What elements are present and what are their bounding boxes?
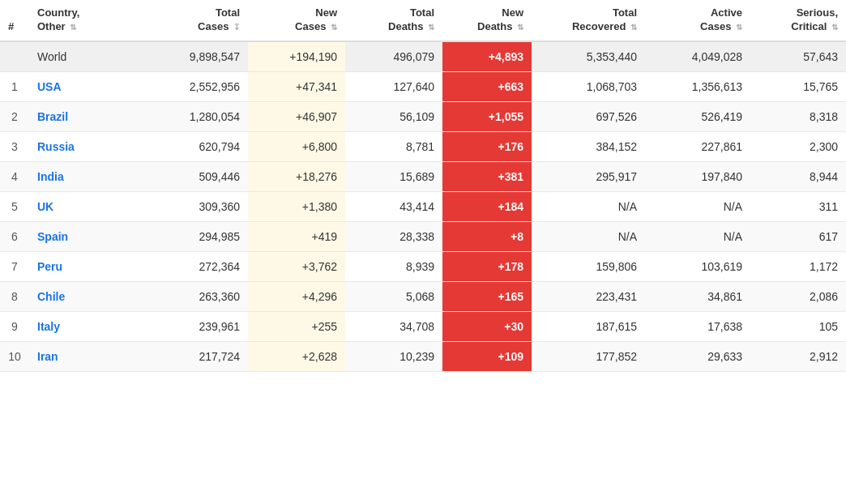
row-total-deaths: 56,109 (345, 101, 442, 131)
row-new-cases: +6,800 (248, 131, 345, 161)
header-total-cases[interactable]: Total Cases ↧ (143, 0, 248, 41)
row-new-cases: +1,380 (248, 191, 345, 221)
world-serious: 57,643 (750, 41, 846, 72)
world-new-cases: +194,190 (248, 41, 345, 72)
header-num[interactable]: # (0, 0, 29, 41)
row-recovered: 223,431 (532, 281, 645, 311)
row-country[interactable]: Peru (29, 251, 143, 281)
row-recovered: 187,615 (532, 311, 645, 341)
row-recovered: N/A (532, 221, 645, 251)
table-row: 8Chile263,360+4,2965,068+165223,43134,86… (0, 281, 846, 311)
world-new-deaths: +4,893 (442, 41, 532, 72)
row-new-deaths: +109 (442, 341, 532, 371)
row-country[interactable]: India (29, 161, 143, 191)
row-active-cases: 103,619 (645, 251, 750, 281)
world-active-cases: 4,049,028 (645, 41, 750, 72)
row-recovered: 159,806 (532, 251, 645, 281)
row-serious: 311 (750, 191, 846, 221)
country-link[interactable]: UK (37, 200, 53, 213)
table-row: 3Russia620,794+6,8008,781+176384,152227,… (0, 131, 846, 161)
row-num: 6 (0, 221, 29, 251)
row-new-deaths: +184 (442, 191, 532, 221)
row-active-cases: N/A (645, 221, 750, 251)
row-total-deaths: 28,338 (345, 221, 442, 251)
row-serious: 2,300 (750, 131, 846, 161)
row-serious: 2,912 (750, 341, 846, 371)
country-link[interactable]: Chile (37, 290, 65, 303)
row-num: 8 (0, 281, 29, 311)
header-active-cases[interactable]: Active Cases ⇅ (645, 0, 750, 41)
world-row: World 9,898,547 +194,190 496,079 +4,893 … (0, 41, 846, 72)
row-new-deaths: +178 (442, 251, 532, 281)
row-active-cases: 227,861 (645, 131, 750, 161)
row-serious: 2,086 (750, 281, 846, 311)
covid-table: # Country, Other ⇅ Total Cases ↧ New Cas… (0, 0, 846, 372)
row-country[interactable]: Brazil (29, 101, 143, 131)
row-country[interactable]: Italy (29, 311, 143, 341)
header-new-deaths[interactable]: New Deaths ⇅ (442, 0, 532, 41)
row-new-cases: +2,628 (248, 341, 345, 371)
row-total-cases: 1,280,054 (143, 101, 248, 131)
sort-icon-recovered[interactable]: ⇅ (630, 22, 637, 32)
row-country[interactable]: Chile (29, 281, 143, 311)
row-new-deaths: +30 (442, 311, 532, 341)
row-total-cases: 294,985 (143, 221, 248, 251)
table-row: 1USA2,552,956+47,341127,640+6631,068,703… (0, 71, 846, 101)
sort-icon-country[interactable]: ⇅ (70, 22, 76, 32)
country-link[interactable]: USA (37, 80, 62, 93)
table-row: 5UK309,360+1,38043,414+184N/AN/A311 (0, 191, 846, 221)
row-country[interactable]: Spain (29, 221, 143, 251)
header-serious[interactable]: Serious, Critical ⇅ (750, 0, 846, 41)
row-num: 3 (0, 131, 29, 161)
row-active-cases: 1,356,613 (645, 71, 750, 101)
world-recovered: 5,353,440 (532, 41, 645, 72)
country-link[interactable]: Italy (37, 320, 60, 333)
row-serious: 15,765 (750, 71, 846, 101)
country-link[interactable]: India (37, 170, 64, 183)
row-num: 4 (0, 161, 29, 191)
sort-icon-active[interactable]: ⇅ (736, 22, 742, 32)
country-link[interactable]: Brazil (37, 110, 68, 123)
table-row: 6Spain294,985+41928,338+8N/AN/A617 (0, 221, 846, 251)
country-link[interactable]: Russia (37, 140, 75, 153)
row-serious: 617 (750, 221, 846, 251)
row-recovered: N/A (532, 191, 645, 221)
row-total-deaths: 10,239 (345, 341, 442, 371)
row-total-deaths: 5,068 (345, 281, 442, 311)
row-num: 2 (0, 101, 29, 131)
row-serious: 8,318 (750, 101, 846, 131)
row-country[interactable]: Russia (29, 131, 143, 161)
row-total-cases: 309,360 (143, 191, 248, 221)
header-new-cases[interactable]: New Cases ⇅ (248, 0, 345, 41)
row-total-deaths: 15,689 (345, 161, 442, 191)
row-new-deaths: +165 (442, 281, 532, 311)
table-row: 9Italy239,961+25534,708+30187,61517,6381… (0, 311, 846, 341)
row-total-cases: 239,961 (143, 311, 248, 341)
sort-icon-new-cases[interactable]: ⇅ (331, 22, 337, 32)
sort-icon-total-deaths[interactable]: ⇅ (428, 22, 434, 32)
header-recovered[interactable]: Total Recovered ⇅ (532, 0, 645, 41)
header-total-deaths[interactable]: Total Deaths ⇅ (345, 0, 442, 41)
row-country[interactable]: USA (29, 71, 143, 101)
row-total-deaths: 8,781 (345, 131, 442, 161)
row-serious: 105 (750, 311, 846, 341)
country-link[interactable]: Iran (37, 350, 58, 363)
row-new-cases: +46,907 (248, 101, 345, 131)
sort-icon-serious[interactable]: ⇅ (831, 22, 838, 32)
row-active-cases: N/A (645, 191, 750, 221)
sort-icon-total-cases[interactable]: ↧ (233, 22, 240, 32)
row-serious: 8,944 (750, 161, 846, 191)
world-num (0, 41, 29, 72)
row-country[interactable]: UK (29, 191, 143, 221)
row-new-cases: +419 (248, 221, 345, 251)
country-link[interactable]: Spain (37, 230, 68, 243)
country-link[interactable]: Peru (37, 260, 62, 273)
row-new-cases: +4,296 (248, 281, 345, 311)
sort-icon-new-deaths[interactable]: ⇅ (517, 22, 523, 32)
row-serious: 1,172 (750, 251, 846, 281)
header-country[interactable]: Country, Other ⇅ (29, 0, 143, 41)
row-country[interactable]: Iran (29, 341, 143, 371)
row-new-deaths: +176 (442, 131, 532, 161)
row-recovered: 295,917 (532, 161, 645, 191)
row-new-deaths: +1,055 (442, 101, 532, 131)
